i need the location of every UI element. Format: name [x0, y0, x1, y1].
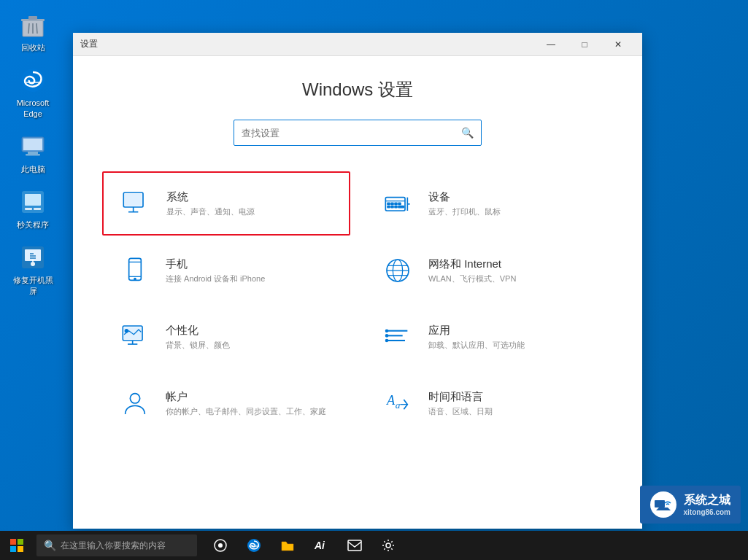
- svg-rect-70: [348, 540, 361, 551]
- svg-text:A: A: [386, 393, 396, 408]
- taskbar-edge-button[interactable]: [238, 531, 270, 560]
- svg-rect-61: [10, 546, 16, 552]
- taskbar-settings-button[interactable]: [372, 531, 404, 560]
- taskbar-explorer-button[interactable]: [271, 531, 304, 560]
- network-name: 网络和 Internet: [428, 257, 516, 271]
- svg-rect-21: [125, 194, 142, 206]
- taskbar-search-text: 在这里输入你要搜索的内容: [61, 540, 166, 552]
- maximize-button[interactable]: □: [568, 33, 601, 56]
- fix-icon[interactable]: 修复开机黑屏: [7, 240, 58, 299]
- system-name: 系统: [166, 190, 255, 204]
- search-input[interactable]: [242, 128, 461, 139]
- close-button[interactable]: ✕: [601, 33, 635, 56]
- watermark-text: 系统之城 xitong86.com: [684, 493, 730, 516]
- taskbar-mail-button[interactable]: [339, 531, 371, 560]
- settings-content: Windows 设置 🔍: [73, 56, 642, 529]
- start-button[interactable]: [0, 531, 33, 560]
- taskbar: 🔍 在这里输入你要搜索的内容: [0, 531, 748, 560]
- window-controls: — □ ✕: [534, 33, 635, 56]
- network-text: 网络和 Internet WLAN、飞行模式、VPN: [428, 257, 516, 284]
- svg-rect-10: [26, 154, 40, 156]
- settings-item-network[interactable]: 网络和 Internet WLAN、飞行模式、VPN: [365, 239, 613, 302]
- svg-rect-58: [655, 500, 665, 508]
- settings-window: 设置 — □ ✕ Windows 设置 🔍: [73, 33, 642, 529]
- svg-point-17: [31, 262, 35, 266]
- recycle-bin-icon[interactable]: 回收站: [7, 7, 58, 55]
- settings-main-title: Windows 设置: [102, 78, 613, 101]
- settings-item-personalization[interactable]: 个性化 背景、锁屏、颜色: [102, 306, 350, 368]
- edge-icon[interactable]: Microsoft Edge: [7, 63, 58, 122]
- personalization-name: 个性化: [166, 324, 230, 338]
- svg-rect-16: [25, 249, 41, 261]
- svg-rect-59: [10, 539, 16, 545]
- settings-item-system[interactable]: 系统 显示、声音、通知、电源: [102, 171, 350, 236]
- accounts-icon: [117, 386, 153, 421]
- quick-program-icon[interactable]: 秒关程序: [7, 184, 58, 233]
- svg-rect-29: [391, 206, 393, 208]
- accounts-desc: 你的帐户、电子邮件、同步设置、工作、家庭: [166, 406, 326, 417]
- network-icon: [380, 253, 415, 288]
- window-title: 设置: [80, 38, 534, 50]
- network-desc: WLAN、飞行模式、VPN: [428, 273, 516, 284]
- time-language-icon: A a: [380, 386, 415, 421]
- fix-label: 修复开机黑屏: [10, 275, 55, 296]
- system-text: 系统 显示、声音、通知、电源: [166, 190, 255, 217]
- time-language-text: 时间和语言 语音、区域、日期: [428, 390, 493, 417]
- svg-line-5: [36, 23, 37, 34]
- taskbar-search[interactable]: 🔍 在这里输入你要搜索的内容: [36, 534, 197, 556]
- phone-name: 手机: [166, 257, 265, 271]
- edge-label: Microsoft Edge: [10, 98, 55, 119]
- svg-point-53: [385, 339, 388, 341]
- svg-point-52: [385, 335, 388, 337]
- svg-rect-31: [398, 206, 404, 208]
- settings-grid: 系统 显示、声音、通知、电源: [102, 171, 613, 435]
- personalization-icon: [117, 319, 153, 354]
- recycle-bin-label: 回收站: [21, 42, 45, 52]
- svg-rect-60: [18, 539, 23, 545]
- time-language-desc: 语音、区域、日期: [428, 406, 493, 417]
- devices-name: 设备: [428, 190, 501, 204]
- personalization-desc: 背景、锁屏、颜色: [166, 340, 230, 351]
- settings-item-apps[interactable]: 应用 卸载、默认应用、可选功能: [365, 306, 613, 368]
- svg-rect-25: [391, 203, 393, 205]
- svg-point-37: [134, 278, 136, 280]
- svg-rect-26: [395, 203, 397, 205]
- settings-item-accounts[interactable]: 帐户 你的帐户、电子邮件、同步设置、工作、家庭: [102, 372, 350, 435]
- this-pc-icon[interactable]: 此电脑: [7, 129, 58, 177]
- time-language-name: 时间和语言: [428, 390, 493, 404]
- settings-item-devices[interactable]: 设备 蓝牙、打印机、鼠标: [365, 171, 613, 236]
- phone-icon: [117, 253, 153, 288]
- system-icon: [118, 186, 153, 221]
- svg-point-71: [386, 543, 390, 548]
- svg-rect-28: [388, 206, 390, 208]
- devices-text: 设备 蓝牙、打印机、鼠标: [428, 190, 501, 217]
- apps-text: 应用 卸载、默认应用、可选功能: [428, 324, 525, 351]
- svg-text:a: a: [396, 400, 401, 411]
- svg-point-45: [125, 330, 128, 332]
- svg-rect-13: [25, 208, 32, 210]
- phone-text: 手机 连接 Android 设备和 iPhone: [166, 257, 265, 284]
- devices-desc: 蓝牙、打印机、鼠标: [428, 206, 501, 217]
- svg-point-64: [218, 543, 223, 548]
- svg-rect-24: [388, 203, 390, 205]
- task-view-button[interactable]: [204, 531, 236, 560]
- settings-item-phone[interactable]: 手机 连接 Android 设备和 iPhone: [102, 239, 350, 302]
- quick-program-label: 秒关程序: [17, 219, 49, 230]
- svg-rect-30: [395, 206, 397, 208]
- svg-rect-27: [398, 203, 401, 205]
- svg-rect-9: [28, 152, 38, 154]
- window-titlebar: 设置 — □ ✕: [73, 33, 642, 56]
- apps-name: 应用: [428, 324, 525, 338]
- system-desc: 显示、声音、通知、电源: [166, 206, 255, 217]
- personalization-text: 个性化 背景、锁屏、颜色: [166, 324, 230, 351]
- accounts-text: 帐户 你的帐户、电子邮件、同步设置、工作、家庭: [166, 390, 326, 417]
- watermark-logo: [650, 491, 676, 518]
- settings-item-time-language[interactable]: A a 时间和语言 语音、区域、日期: [365, 372, 613, 435]
- minimize-button[interactable]: —: [534, 33, 568, 56]
- svg-rect-2: [28, 16, 37, 20]
- watermark: 系统之城 xitong86.com: [640, 486, 741, 524]
- taskbar-search-icon: 🔍: [44, 540, 56, 551]
- accounts-name: 帐户: [166, 390, 326, 404]
- search-box[interactable]: 🔍: [234, 120, 482, 146]
- search-icon: 🔍: [461, 127, 474, 139]
